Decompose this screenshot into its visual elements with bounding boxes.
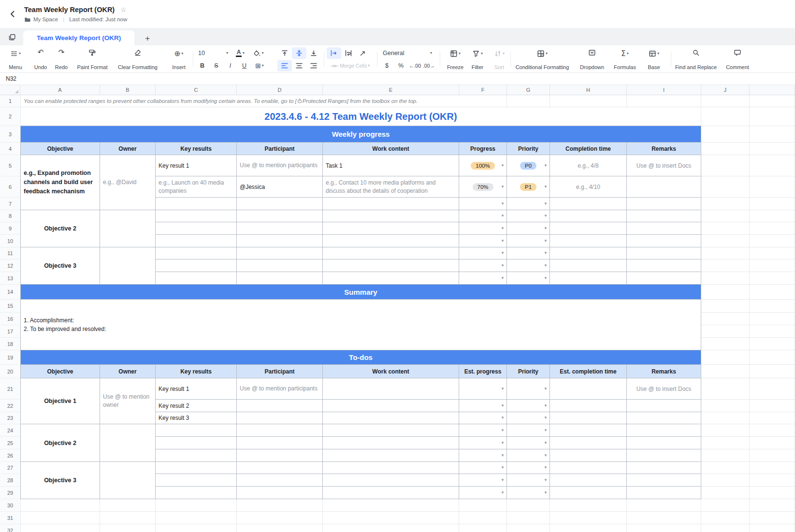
dropdown-arrow-icon[interactable]: ▼ xyxy=(544,202,548,206)
cell-H5[interactable]: e.g., 4/8 xyxy=(550,155,627,176)
header-priority-todos[interactable]: Priority xyxy=(507,365,550,378)
cell-A30[interactable] xyxy=(20,499,100,512)
col-header-H[interactable]: H xyxy=(550,85,627,95)
cell-I24[interactable] xyxy=(627,424,701,437)
cell-F7[interactable]: ▼ xyxy=(459,198,507,210)
select-all-corner[interactable] xyxy=(0,85,20,95)
bold-button[interactable]: B xyxy=(195,60,209,72)
cell-C23[interactable]: Key result 3 xyxy=(156,412,237,424)
cell-E26[interactable] xyxy=(323,449,459,462)
col-header-F[interactable]: F xyxy=(459,85,507,95)
cell-owner-weekly[interactable]: e.g., @David xyxy=(100,155,156,210)
cell-J21[interactable] xyxy=(701,378,750,400)
cell-J4[interactable] xyxy=(701,143,750,155)
dropdown-arrow-icon[interactable]: ▼ xyxy=(544,264,548,268)
cell-G11[interactable]: ▼ xyxy=(507,247,550,259)
cell-I27[interactable] xyxy=(627,462,701,474)
cell-F23[interactable]: ▼ xyxy=(459,412,507,424)
cell-D8[interactable] xyxy=(237,210,323,222)
cell-D31[interactable] xyxy=(237,512,323,524)
cell-F22[interactable]: ▼ xyxy=(459,400,507,412)
cell-I31[interactable] xyxy=(627,512,701,524)
cell-C24[interactable] xyxy=(156,424,237,437)
cell-I9[interactable] xyxy=(627,222,701,235)
cell-H8[interactable] xyxy=(550,210,627,222)
cell-H21[interactable] xyxy=(550,378,627,400)
cell-E21[interactable] xyxy=(323,378,459,400)
cell-H26[interactable] xyxy=(550,449,627,462)
row-header-13[interactable]: 13 xyxy=(0,272,20,285)
cell-I5[interactable]: Use @ to insert Docs xyxy=(627,155,701,176)
cell-A32[interactable] xyxy=(20,524,100,532)
cell-J17[interactable] xyxy=(701,325,750,338)
menu-button[interactable]: ▾ Menu xyxy=(3,49,28,70)
cell-K12[interactable] xyxy=(750,259,795,272)
cell-J20[interactable] xyxy=(701,365,750,378)
cell-J32[interactable] xyxy=(701,524,750,532)
cell-K16[interactable] xyxy=(750,313,795,325)
cell-I8[interactable] xyxy=(627,210,701,222)
priority-pill[interactable]: P0 xyxy=(520,162,536,170)
cell-F28[interactable]: ▼ xyxy=(459,474,507,487)
cell-F30[interactable] xyxy=(459,499,507,512)
row-header-21[interactable]: 21 xyxy=(0,378,20,400)
cell-K1[interactable] xyxy=(750,95,795,107)
cell-F11[interactable]: ▼ xyxy=(459,247,507,259)
comment-button[interactable]: Comment xyxy=(725,49,750,70)
dropdown-arrow-icon[interactable]: ▼ xyxy=(544,429,548,432)
cell-C29[interactable] xyxy=(156,487,237,499)
dropdown-arrow-icon[interactable]: ▼ xyxy=(544,239,548,243)
dropdown-arrow-icon[interactable]: ▼ xyxy=(501,227,505,230)
cell-objective-2-weekly[interactable]: Objective 2 xyxy=(20,210,100,247)
header-progress[interactable]: Progress xyxy=(459,143,507,155)
cell-G24[interactable]: ▼ xyxy=(507,424,550,437)
row-header-5[interactable]: 5 xyxy=(0,155,20,176)
dropdown-arrow-icon[interactable]: ▼ xyxy=(544,454,548,458)
cell-K31[interactable] xyxy=(750,512,795,524)
cell-E9[interactable] xyxy=(323,222,459,235)
cell-K19[interactable] xyxy=(750,350,795,365)
dropdown-arrow-icon[interactable]: ▼ xyxy=(501,214,505,218)
font-size-select[interactable]: 10 ▾ xyxy=(195,47,231,59)
cell-H23[interactable] xyxy=(550,412,627,424)
redo-button[interactable]: ↷ Redo xyxy=(51,49,72,70)
sheet-list-icon[interactable] xyxy=(5,30,19,44)
cell-E10[interactable] xyxy=(323,235,459,247)
cell-G12[interactable]: ▼ xyxy=(507,259,550,272)
cell-F29[interactable]: ▼ xyxy=(459,487,507,499)
cell-I25[interactable] xyxy=(627,437,701,449)
cell-D13[interactable] xyxy=(237,272,323,285)
cell-I11[interactable] xyxy=(627,247,701,259)
cell-D7[interactable] xyxy=(237,198,323,210)
cell-G25[interactable]: ▼ xyxy=(507,437,550,449)
fill-color-button[interactable]: ▾ xyxy=(249,47,268,59)
cell-H31[interactable] xyxy=(550,512,627,524)
cell-J15[interactable] xyxy=(701,300,750,313)
cell-H10[interactable] xyxy=(550,235,627,247)
cell-K4[interactable] xyxy=(750,143,795,155)
cell-A31[interactable] xyxy=(20,512,100,524)
header-owner-todos[interactable]: Owner xyxy=(100,365,156,378)
cell-B31[interactable] xyxy=(100,512,156,524)
row-header-14[interactable]: 14 xyxy=(0,285,20,300)
row-header-10[interactable]: 10 xyxy=(0,235,20,247)
cell-notice[interactable]: You can enable protected ranges to preve… xyxy=(20,95,507,107)
cell-H13[interactable] xyxy=(550,272,627,285)
cell-B32[interactable] xyxy=(100,524,156,532)
row-header-23[interactable]: 23 xyxy=(0,412,20,424)
col-header-E[interactable]: E xyxy=(323,85,459,95)
cell-G28[interactable]: ▼ xyxy=(507,474,550,487)
row-header-3[interactable]: 3 xyxy=(0,126,20,143)
cell-B11[interactable] xyxy=(100,247,156,285)
cell-J29[interactable] xyxy=(701,487,750,499)
cell-C28[interactable] xyxy=(156,474,237,487)
cell-F12[interactable]: ▼ xyxy=(459,259,507,272)
cell-K28[interactable] xyxy=(750,474,795,487)
cell-G8[interactable]: ▼ xyxy=(507,210,550,222)
cell-F27[interactable]: ▼ xyxy=(459,462,507,474)
cell-J3[interactable] xyxy=(701,126,750,143)
row-header-30[interactable]: 30 xyxy=(0,499,20,512)
cell-I22[interactable] xyxy=(627,400,701,412)
cell-G29[interactable]: ▼ xyxy=(507,487,550,499)
row-header-29[interactable]: 29 xyxy=(0,487,20,499)
